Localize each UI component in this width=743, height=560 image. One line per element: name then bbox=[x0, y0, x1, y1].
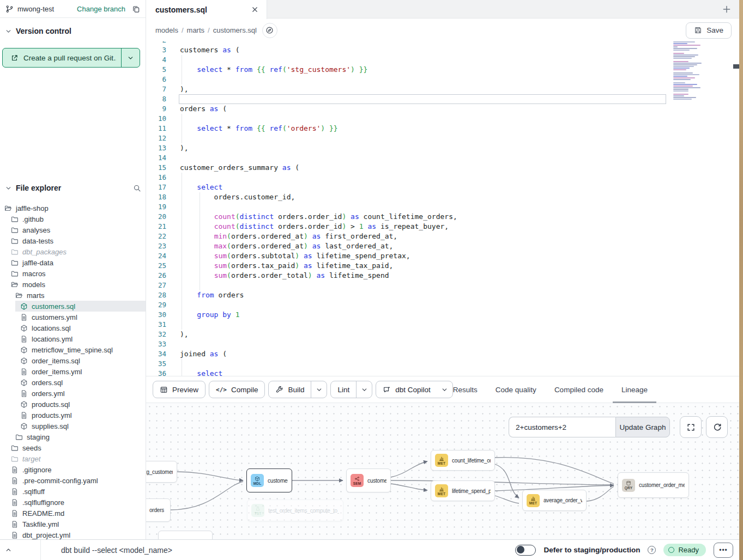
lineage-selector-input[interactable] bbox=[509, 417, 615, 437]
sidebar: mwong-test Change branch Version control… bbox=[0, 0, 146, 539]
code-line-10: 10 bbox=[146, 114, 739, 124]
tree-item-taskfile-yml[interactable]: Taskfile.yml bbox=[0, 519, 146, 529]
tree-item--sqlfluff[interactable]: .sqlfluff bbox=[0, 486, 146, 497]
tree-item-label: data-tests bbox=[22, 237, 53, 245]
lineage-node-count-lifetime-orders[interactable]: METcount_lifetime_orders bbox=[431, 450, 495, 471]
tree-item-orders-yml[interactable]: orders.yml bbox=[0, 388, 146, 399]
file-explorer-section-header[interactable]: File explorer bbox=[0, 182, 146, 194]
defer-toggle[interactable] bbox=[515, 545, 536, 556]
tab-lineage[interactable]: Lineage bbox=[621, 376, 648, 403]
tree-item-products-yml[interactable]: products.yml bbox=[0, 410, 146, 421]
tree-item--github[interactable]: .github bbox=[0, 214, 146, 224]
collapse-console-button[interactable] bbox=[0, 540, 41, 560]
code-line-31: 31 bbox=[146, 320, 739, 330]
tab-results[interactable]: Results bbox=[453, 376, 478, 403]
update-graph-button[interactable]: Update Graph bbox=[615, 417, 670, 437]
tree-item--pre-commit-config-yaml[interactable]: .pre-commit-config.yaml bbox=[0, 475, 146, 486]
chart-icon bbox=[530, 496, 536, 501]
lint-button[interactable]: Lint bbox=[330, 381, 372, 398]
tree-item-jaffle-shop[interactable]: jaffle-shop bbox=[0, 203, 146, 214]
code-token: as bbox=[312, 232, 321, 240]
code-token: * bbox=[222, 124, 235, 132]
tab-code-quality[interactable]: Code quality bbox=[496, 376, 536, 403]
lineage-node-lifetime-spend-pretax[interactable]: METlifetime_spend_pretax bbox=[431, 480, 495, 501]
editor-tab-customers-sql[interactable]: customers.sql bbox=[146, 0, 267, 19]
tree-item-customers-sql[interactable]: customers.sql bbox=[0, 301, 146, 312]
line-number: 31 bbox=[146, 320, 166, 330]
code-line-2: 2 bbox=[146, 41, 739, 45]
new-tab-button[interactable] bbox=[714, 0, 739, 18]
create-pr-dropdown[interactable] bbox=[121, 48, 140, 67]
tree-item-order-items-yml[interactable]: order_items.yml bbox=[0, 366, 146, 377]
code-token bbox=[299, 252, 304, 260]
tree-item-products-sql[interactable]: products.sql bbox=[0, 399, 146, 410]
tree-item-metricflow-time-spine-sql[interactable]: metricflow_time_spine.sql bbox=[0, 344, 146, 355]
search-icon[interactable] bbox=[133, 184, 141, 192]
defer-label: Defer to staging/production bbox=[543, 546, 640, 554]
tree-item-macros[interactable]: macros bbox=[0, 268, 146, 279]
tree-item-dbt-project-yml[interactable]: dbt_project.yml bbox=[0, 529, 146, 539]
refresh-button[interactable] bbox=[706, 416, 728, 438]
tree-item--sqlfluffignore[interactable]: .sqlfluffignore bbox=[0, 497, 146, 508]
lineage-node-average-order-value[interactable]: METaverage_order_value bbox=[522, 490, 587, 511]
tree-item-customers-yml[interactable]: customers.yml bbox=[0, 312, 146, 322]
breadcrumb-segment[interactable]: customers.sql bbox=[213, 26, 257, 34]
tree-item-order-items-sql[interactable]: order_items.sql bbox=[0, 355, 146, 366]
lineage-node-orders[interactable]: MDLorders bbox=[146, 498, 171, 522]
dbt-copilot-button[interactable]: dbt Copilot bbox=[376, 381, 453, 398]
tree-item-jaffle-data[interactable]: jaffle-data bbox=[0, 257, 146, 268]
lineage-node-test-order-items-compute-to-bools-[interactable]: TSTtest_order_items_compute_to_bools... bbox=[247, 500, 343, 521]
tree-item-staging[interactable]: staging bbox=[0, 431, 146, 442]
breadcrumb-segment[interactable]: models bbox=[155, 26, 178, 34]
tree-item-locations-sql[interactable]: locations.sql bbox=[0, 322, 146, 333]
code-token: as bbox=[351, 212, 359, 221]
lineage-node-stg-customers[interactable]: MDLstg_customers bbox=[146, 461, 177, 483]
change-branch-link[interactable]: Change branch bbox=[77, 5, 125, 13]
compile-button[interactable]: </>Compile bbox=[209, 381, 265, 398]
close-icon[interactable] bbox=[251, 5, 259, 14]
chevron-down-icon[interactable] bbox=[311, 381, 327, 398]
chevron-down-icon[interactable] bbox=[357, 381, 372, 398]
code-token: 'orders' bbox=[287, 124, 321, 132]
tree-item-seeds[interactable]: seeds bbox=[0, 442, 146, 453]
tree-item-locations-yml[interactable]: locations.yml bbox=[0, 333, 146, 344]
lineage-node-customer-order-metrics[interactable]: QRYcustomer_order_metrics bbox=[618, 472, 689, 498]
code-token: distinct bbox=[240, 222, 274, 230]
copy-icon[interactable] bbox=[132, 5, 140, 13]
tree-item-supplies-sql[interactable]: supplies.sql bbox=[0, 421, 146, 431]
preview-button[interactable]: Preview bbox=[153, 381, 206, 398]
code-token: ) bbox=[351, 65, 355, 74]
line-number: 36 bbox=[146, 369, 166, 376]
indent-guide bbox=[182, 202, 182, 212]
tree-item--gitignore[interactable]: .gitignore bbox=[0, 464, 146, 475]
more-options-button[interactable]: ••• bbox=[714, 543, 733, 558]
chevron-down-icon[interactable] bbox=[437, 381, 452, 398]
line-number: 17 bbox=[146, 182, 166, 192]
lineage-node-customers[interactable]: MDLcustomers bbox=[246, 468, 292, 492]
lineage-node-customers[interactable]: SEMcustomers bbox=[346, 468, 391, 492]
tree-item-marts[interactable]: marts bbox=[0, 290, 146, 301]
help-icon[interactable]: ? bbox=[648, 546, 656, 554]
save-button[interactable]: Save bbox=[686, 22, 732, 39]
code-line-5: 5 select * from {{ ref('stg_customers') … bbox=[146, 65, 739, 75]
tree-item-target[interactable]: target bbox=[0, 453, 146, 464]
tab-compiled-code[interactable]: Compiled code bbox=[554, 376, 603, 403]
create-pr-button[interactable]: Create a pull request on Git… bbox=[2, 48, 140, 68]
version-control-section-header[interactable]: Version control bbox=[0, 25, 146, 37]
tree-item-models[interactable]: models bbox=[0, 279, 146, 290]
build-button[interactable]: Build bbox=[268, 381, 327, 398]
command-text[interactable]: dbt build --select <model_name> bbox=[61, 546, 172, 555]
tree-item-data-tests[interactable]: data-tests bbox=[0, 235, 146, 246]
editor-scrollbar[interactable] bbox=[733, 64, 739, 69]
breadcrumb-row: models/marts/customers.sql Save bbox=[146, 19, 739, 41]
explore-button[interactable] bbox=[262, 23, 277, 38]
tree-item-analyses[interactable]: analyses bbox=[0, 224, 146, 235]
tree-item-readme-md[interactable]: README.md bbox=[0, 508, 146, 519]
breadcrumb-segment[interactable]: marts bbox=[187, 26, 205, 34]
tree-item-dbt-packages[interactable]: dbt_packages bbox=[0, 246, 146, 257]
code-editor[interactable]: 23customers as (45 select * from {{ ref(… bbox=[146, 41, 739, 376]
tree-item-orders-sql[interactable]: orders.sql bbox=[0, 377, 146, 388]
line-number: 12 bbox=[146, 133, 166, 143]
code-token: orders.subtotal bbox=[231, 252, 295, 260]
fullscreen-button[interactable] bbox=[680, 416, 702, 438]
